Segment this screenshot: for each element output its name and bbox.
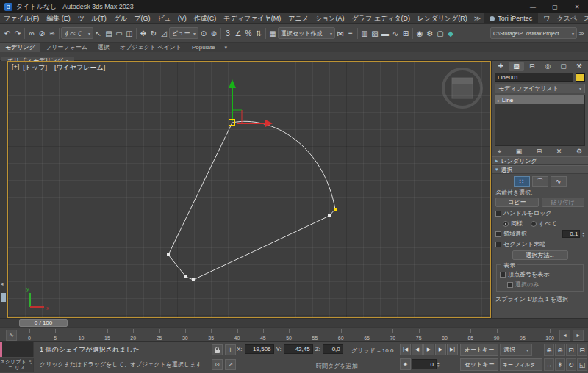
- select-and-scale-icon[interactable]: ◿: [159, 27, 169, 40]
- menu-item[interactable]: 作成(C): [190, 14, 220, 23]
- spline-vertex[interactable]: [334, 208, 337, 211]
- next-key-button[interactable]: ▸: [573, 330, 584, 341]
- spline-vertex[interactable]: [184, 275, 187, 278]
- menu-item[interactable]: レンダリング(R): [414, 14, 471, 23]
- bind-to-space-warp-icon[interactable]: ≋: [47, 27, 57, 40]
- key-mode-toggle[interactable]: ◈: [400, 358, 411, 370]
- viewport-menu-general[interactable]: [+]: [12, 63, 19, 73]
- pan-icon[interactable]: ↔: [544, 358, 554, 371]
- go-to-end-button[interactable]: ▶|: [447, 344, 458, 355]
- spline-subobject-button[interactable]: ∿: [551, 176, 567, 186]
- stack-entry[interactable]: ▸ Line: [495, 95, 584, 104]
- vertex-subobject-button[interactable]: ∷: [514, 176, 530, 186]
- offset-mode-icon[interactable]: ↗: [225, 359, 236, 370]
- configure-modifier-sets-icon[interactable]: ⚙: [576, 148, 582, 155]
- select-and-move-icon[interactable]: ✥: [138, 27, 148, 40]
- ribbon-toggle-icon[interactable]: ▬: [380, 27, 390, 40]
- track-bar[interactable]: ∿ 05101520253035404550556065707580859095…: [0, 327, 588, 342]
- area-selection-checkbox[interactable]: [495, 231, 501, 237]
- ribbon-minimize-icon[interactable]: ▾: [220, 43, 232, 52]
- y-coordinate-field[interactable]: 42,45: [284, 344, 313, 354]
- rollout-selection[interactable]: ▾ 選択: [492, 165, 588, 174]
- mirror-icon[interactable]: ⋈: [335, 27, 345, 40]
- object-color-swatch[interactable]: [576, 73, 585, 82]
- undo-icon[interactable]: ↶: [2, 27, 12, 40]
- zoom-icon[interactable]: ⊕: [544, 344, 554, 356]
- modify-tab[interactable]: ▨: [509, 62, 523, 71]
- segment-end-checkbox[interactable]: [495, 242, 501, 247]
- current-frame-field[interactable]: 0: [412, 359, 437, 369]
- viewport-layout-tab[interactable]: [1, 293, 6, 302]
- selection-set-dropdown[interactable]: 選択▾: [500, 344, 532, 356]
- render-icon[interactable]: ◆: [445, 27, 456, 40]
- select-by-name-icon[interactable]: ▤: [104, 27, 114, 40]
- utilities-tab[interactable]: ⚒: [572, 62, 587, 71]
- maxscript-mini-listener[interactable]: [0, 342, 34, 357]
- spline-vertex[interactable]: [192, 278, 195, 281]
- selected-only-checkbox[interactable]: [507, 282, 513, 288]
- viewport-menu-style[interactable]: [ワイヤフレーム]: [54, 63, 105, 73]
- make-unique-icon[interactable]: ⊞: [537, 148, 542, 155]
- menu-item[interactable]: ファイル(F): [0, 14, 43, 23]
- x-coordinate-field[interactable]: 19,506: [245, 344, 274, 354]
- pin-stack-icon[interactable]: ⌖: [498, 148, 501, 156]
- menu-item[interactable]: モディファイヤ(M): [220, 14, 284, 23]
- segment-subobject-button[interactable]: ⌒: [532, 176, 548, 186]
- top-viewport[interactable]: [+] [トップ] [ワイヤフレーム]: [7, 61, 491, 318]
- menu-item[interactable]: ビュー(V): [154, 14, 190, 23]
- select-and-rotate-icon[interactable]: ↻: [148, 27, 159, 40]
- zoom-region-icon[interactable]: ⊟: [577, 344, 587, 356]
- select-by-button[interactable]: 選択方法...: [512, 250, 568, 260]
- ribbon-tab[interactable]: モデリング: [0, 43, 40, 52]
- percent-snap-icon[interactable]: %: [243, 27, 254, 40]
- align-icon[interactable]: ≡: [345, 27, 356, 40]
- alike-radio[interactable]: [503, 221, 509, 227]
- modifier-list-dropdown[interactable]: モディファイヤリスト ▾: [495, 84, 585, 93]
- use-pivot-center-icon[interactable]: ⊙: [198, 27, 209, 40]
- angle-snap-icon[interactable]: ∠: [233, 27, 243, 40]
- unlink-selection-icon[interactable]: ⊘: [37, 27, 47, 40]
- toolbar-overflow-icon[interactable]: ≫: [577, 30, 586, 37]
- spinner-icon[interactable]: ▴▾: [582, 231, 584, 237]
- create-tab[interactable]: ✚: [493, 62, 508, 71]
- time-slider[interactable]: 0 / 100: [0, 318, 588, 327]
- object-name-field[interactable]: Line001: [495, 73, 573, 82]
- named-selection-sets-field[interactable]: 選択セット作成▾: [278, 27, 335, 39]
- minimize-button[interactable]: —: [522, 0, 544, 13]
- menu-item[interactable]: アニメーション(A): [284, 14, 348, 23]
- spline-vertex[interactable]: [229, 119, 235, 126]
- menu-item[interactable]: 編集 (E): [43, 14, 74, 23]
- display-tab[interactable]: ▢: [556, 62, 570, 71]
- add-time-tag[interactable]: 時間タグを追加: [316, 362, 358, 370]
- expand-icon[interactable]: ▸: [498, 98, 500, 103]
- next-frame-button[interactable]: ▶: [435, 344, 446, 355]
- schematic-view-icon[interactable]: ⊞: [401, 27, 411, 40]
- reference-coordinate-dropdown[interactable]: ビュー▾: [169, 27, 198, 39]
- curve-editor-icon[interactable]: ∿: [390, 27, 401, 40]
- z-coordinate-field[interactable]: 0,0: [323, 344, 343, 354]
- layer-explorer-icon[interactable]: ▧: [370, 27, 380, 40]
- play-button[interactable]: ▶: [423, 344, 434, 355]
- scene-explorer-icon[interactable]: ▥: [359, 27, 370, 40]
- go-to-start-button[interactable]: |◀: [400, 344, 411, 355]
- orbit-icon[interactable]: ↻: [566, 358, 576, 371]
- menu-item[interactable]: ツール(T): [74, 14, 110, 23]
- account-menu[interactable]: Tori iPentec: [484, 13, 538, 23]
- time-slider-handle[interactable]: 0 / 100: [19, 319, 68, 327]
- maximize-viewport-icon[interactable]: ◱: [577, 358, 587, 371]
- redo-icon[interactable]: ↷: [12, 27, 23, 40]
- hierarchy-tab[interactable]: ⊟: [525, 62, 539, 71]
- window-crossing-icon[interactable]: ◫: [124, 27, 135, 40]
- rollout-rendering[interactable]: ▸ レンダリング: [492, 156, 588, 165]
- absolute-mode-icon[interactable]: ⊹: [225, 344, 236, 355]
- previous-key-button[interactable]: ◂: [559, 330, 570, 341]
- walkthrough-icon[interactable]: ↟: [555, 358, 565, 371]
- project-folder-dropdown[interactable]: C:\Storage\P...dsMax Project▾: [490, 27, 577, 39]
- zoom-all-icon[interactable]: ⊛: [555, 344, 565, 356]
- menu-overflow-icon[interactable]: ≫: [471, 15, 484, 22]
- menu-item[interactable]: グラフ エディタ(D): [348, 14, 414, 23]
- maxscript-mini-listener-label[interactable]: スクリプト ミニ リス: [0, 358, 34, 372]
- auto-key-button[interactable]: オートキー: [460, 344, 498, 356]
- zoom-extents-icon[interactable]: ⊡: [566, 344, 576, 356]
- ribbon-tab[interactable]: フリーフォーム: [40, 43, 93, 52]
